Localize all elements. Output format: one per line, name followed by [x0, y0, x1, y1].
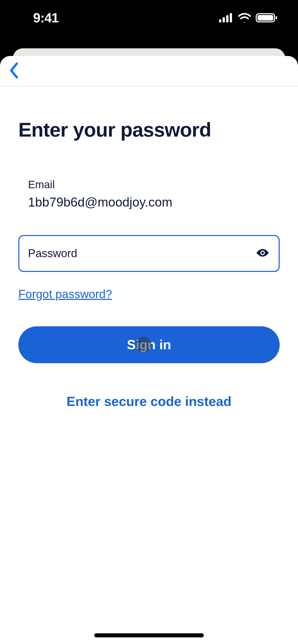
svg-rect-0 [219, 19, 221, 22]
home-indicator[interactable] [94, 633, 204, 637]
nav-bar [0, 56, 298, 86]
svg-rect-5 [258, 15, 273, 21]
status-bar: 9:41 [0, 0, 298, 36]
svg-rect-1 [223, 17, 225, 22]
svg-rect-6 [276, 16, 277, 19]
email-label: Email [28, 179, 280, 191]
back-button[interactable] [6, 63, 21, 79]
svg-rect-2 [226, 15, 228, 22]
password-field[interactable]: Password [18, 235, 280, 272]
sign-in-button[interactable]: Sign in [18, 326, 280, 363]
cellular-signal-icon [219, 13, 233, 22]
modal-sheet: Enter your password Email 1bb79b6d@moodj… [0, 56, 298, 644]
battery-icon [256, 13, 278, 23]
touch-indicator-icon [136, 337, 151, 353]
wifi-icon [238, 13, 251, 23]
email-display: Email 1bb79b6d@moodjoy.com [18, 179, 280, 210]
secure-code-link[interactable]: Enter secure code instead [18, 394, 280, 409]
chevron-left-icon [9, 62, 19, 80]
status-indicators [219, 13, 278, 23]
forgot-password-link[interactable]: Forgot password? [18, 287, 112, 301]
svg-rect-3 [230, 13, 232, 22]
email-value: 1bb79b6d@moodjoy.com [28, 195, 280, 210]
page-title: Enter your password [18, 120, 280, 140]
status-time: 9:41 [33, 10, 59, 25]
